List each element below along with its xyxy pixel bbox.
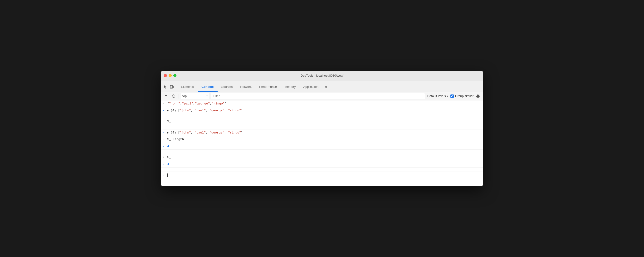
output-arrow-6: ‹ bbox=[163, 144, 166, 148]
console-row-5: › $_.length bbox=[161, 136, 483, 143]
console-toolbar: top ▾ Default levels ▾ Group similar bbox=[161, 92, 483, 100]
empty-row-4 bbox=[161, 167, 483, 172]
cursor-blink bbox=[167, 173, 168, 177]
tab-sources[interactable]: Sources bbox=[218, 82, 236, 92]
title-bar: DevTools - localhost:8080/web/ bbox=[161, 71, 483, 80]
settings-button[interactable] bbox=[475, 93, 481, 99]
close-button[interactable] bbox=[164, 74, 167, 77]
console-row-8: ‹ 4 bbox=[161, 161, 483, 168]
console-row-1: › ["john","paul","george","ringo"] bbox=[161, 100, 483, 107]
devtools-window: DevTools - localhost:8080/web/ Elements … bbox=[161, 71, 483, 186]
console-row-2: ‹ ▶ (4) ["john", "paul", "george", "ring… bbox=[161, 107, 483, 114]
context-selector[interactable]: top ▾ bbox=[181, 93, 209, 99]
traffic-lights bbox=[164, 74, 176, 77]
console-text-6: 4 bbox=[167, 144, 481, 149]
input-arrow-1: › bbox=[163, 101, 166, 106]
console-text-2: (4) ["john", "paul", "george", "ringo"] bbox=[170, 108, 481, 113]
group-similar-area: Group similar bbox=[450, 94, 474, 98]
tab-elements[interactable]: Elements bbox=[177, 82, 198, 92]
maximize-button[interactable] bbox=[173, 74, 176, 77]
console-text-7: $_ bbox=[167, 155, 481, 160]
toolbar-divider-1 bbox=[178, 94, 179, 99]
expand-btn-2[interactable]: ▶ bbox=[167, 108, 170, 113]
input-arrow-5: › bbox=[163, 137, 166, 142]
group-similar-checkbox[interactable] bbox=[450, 95, 454, 98]
output-arrow-4: ‹ bbox=[163, 130, 166, 135]
devtools-menu-button[interactable]: ⋮ bbox=[474, 83, 480, 90]
console-output: › ["john","paul","george","ringo"] ‹ ▶ (… bbox=[161, 100, 483, 186]
console-text-8: 4 bbox=[167, 162, 481, 167]
output-arrow-8: ‹ bbox=[163, 162, 166, 166]
svg-line-5 bbox=[173, 95, 174, 97]
console-row-6: ‹ 4 bbox=[161, 143, 483, 150]
cursor-icon[interactable] bbox=[163, 85, 168, 89]
tab-network[interactable]: Network bbox=[236, 82, 256, 92]
clear-console-button[interactable] bbox=[163, 93, 169, 99]
prompt-arrow: › bbox=[163, 173, 166, 177]
empty-row-3 bbox=[161, 150, 483, 154]
filter-input[interactable] bbox=[211, 93, 425, 99]
svg-rect-1 bbox=[173, 86, 174, 88]
window-title: DevTools - localhost:8080/web/ bbox=[300, 74, 344, 77]
tab-performance[interactable]: Performance bbox=[256, 82, 280, 92]
minimize-button[interactable] bbox=[168, 74, 172, 77]
console-active-input[interactable] bbox=[167, 173, 481, 177]
console-text-4: (4) ["john", "paul", "george", "ringo"] bbox=[170, 130, 481, 135]
console-row-3: › $_ bbox=[161, 118, 483, 125]
default-levels-selector[interactable]: Default levels ▾ bbox=[426, 94, 449, 98]
context-dropdown-arrow: ▾ bbox=[206, 95, 208, 97]
group-similar-label: Group similar bbox=[455, 94, 474, 98]
console-input-row[interactable]: › bbox=[161, 172, 483, 178]
more-tabs-button[interactable]: » bbox=[322, 82, 330, 92]
tab-bar: Elements Console Sources Network Perform… bbox=[161, 80, 483, 92]
tab-bar-end: ⋮ bbox=[474, 83, 483, 92]
output-arrow-2: ‹ bbox=[163, 108, 166, 113]
console-text-3: $_ bbox=[167, 119, 481, 124]
empty-row-1 bbox=[161, 114, 483, 118]
input-arrow-7: › bbox=[163, 155, 166, 159]
svg-marker-3 bbox=[165, 95, 167, 98]
stop-logging-button[interactable] bbox=[170, 93, 177, 99]
default-levels-arrow: ▾ bbox=[447, 95, 448, 97]
empty-row-2 bbox=[161, 125, 483, 129]
tab-application[interactable]: Application bbox=[300, 82, 322, 92]
console-text-5: $_.length bbox=[167, 137, 481, 142]
tab-bar-icons bbox=[163, 85, 177, 92]
device-icon[interactable] bbox=[170, 85, 174, 89]
console-row-4: ‹ ▶ (4) ["john", "paul", "george", "ring… bbox=[161, 129, 483, 136]
console-row-7: › $_ bbox=[161, 154, 483, 161]
input-arrow-3: › bbox=[163, 119, 166, 124]
console-text-1: ["john","paul","george","ringo"] bbox=[167, 101, 481, 106]
tab-memory[interactable]: Memory bbox=[280, 82, 300, 92]
expand-btn-4[interactable]: ▶ bbox=[167, 130, 170, 135]
tab-console[interactable]: Console bbox=[198, 82, 217, 92]
